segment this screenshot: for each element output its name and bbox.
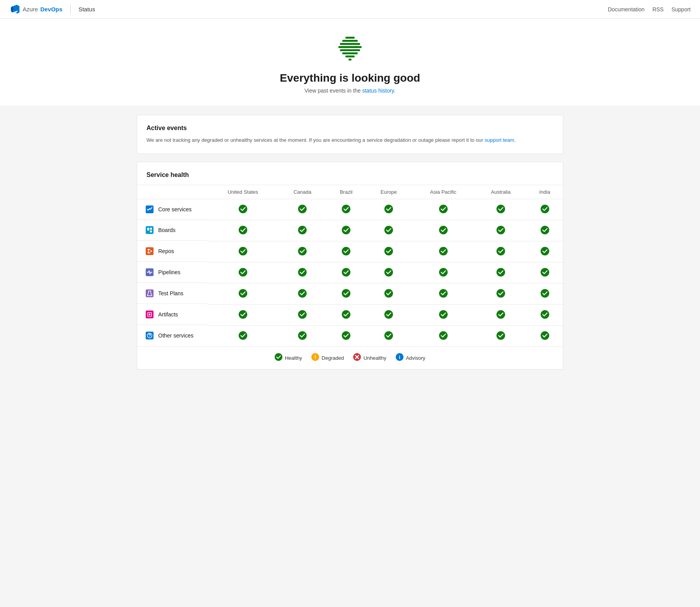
status-cell-other-col3 — [366, 325, 411, 346]
check-icon — [439, 250, 448, 257]
status-cell-pipelines-col4 — [412, 262, 475, 283]
status-cell-other-col6 — [527, 325, 563, 346]
check-icon — [298, 229, 307, 236]
status-cell-boards-col2 — [327, 220, 366, 241]
legend-advisory: i Advisory — [396, 353, 425, 363]
check-icon — [496, 314, 505, 320]
status-cell-repos-col5 — [475, 241, 527, 262]
nav-support[interactable]: Support — [671, 6, 691, 12]
svg-point-66 — [239, 331, 247, 340]
svg-point-29 — [148, 252, 149, 254]
col-europe: Europe — [366, 185, 411, 199]
table-row: Pipelines — [137, 262, 563, 283]
svg-point-58 — [298, 310, 307, 319]
svg-point-28 — [148, 249, 149, 250]
svg-point-67 — [298, 331, 307, 340]
status-cell-repos-col6 — [527, 241, 563, 262]
status-heart-icon — [334, 34, 366, 66]
header-left: Azure DevOps Status — [9, 4, 95, 15]
header-status-label: Status — [79, 6, 95, 12]
support-team-link[interactable]: support team. — [485, 137, 516, 143]
svg-rect-7 — [348, 59, 352, 61]
check-icon — [239, 271, 247, 278]
svg-point-35 — [439, 247, 448, 255]
degraded-label: Degraded — [321, 355, 344, 361]
check-icon — [342, 250, 350, 257]
active-events-text: We are not tracking any degraded or unhe… — [146, 137, 483, 143]
svg-rect-4 — [340, 49, 360, 51]
table-row: Artifacts — [137, 304, 563, 325]
check-icon — [384, 229, 393, 236]
check-icon — [239, 335, 247, 341]
check-icon — [384, 293, 393, 299]
check-icon — [239, 293, 247, 299]
status-cell-pipelines-col3 — [366, 262, 411, 283]
degraded-icon: ! — [311, 353, 319, 363]
status-cell-core-col2 — [327, 199, 366, 220]
status-cell-core-col6 — [527, 199, 563, 220]
table-row: Repos — [137, 241, 563, 262]
status-cell-artifacts-col4 — [412, 304, 475, 325]
status-cell-repos-col3 — [366, 241, 411, 262]
status-cell-artifacts-col5 — [475, 304, 527, 325]
svg-point-44 — [496, 268, 505, 277]
service-label: Repos — [158, 248, 174, 254]
main-content: Active events We are not tracking any de… — [127, 115, 573, 370]
svg-rect-18 — [150, 228, 152, 230]
check-icon — [496, 293, 505, 299]
check-icon — [342, 229, 350, 236]
col-us: United States — [207, 185, 278, 199]
status-cell-core-col4 — [412, 199, 475, 220]
svg-point-43 — [439, 268, 448, 277]
status-cell-testplans-col3 — [366, 283, 411, 304]
svg-point-26 — [541, 226, 549, 234]
svg-point-36 — [496, 247, 505, 255]
svg-point-22 — [342, 226, 350, 234]
status-cell-boards-col5 — [475, 220, 527, 241]
svg-point-13 — [439, 205, 448, 213]
svg-point-69 — [384, 331, 393, 340]
unhealthy-label: Unhealthy — [363, 355, 386, 361]
svg-point-51 — [439, 289, 448, 298]
svg-rect-0 — [345, 37, 355, 39]
pipelines-icon — [145, 268, 154, 277]
status-cell-repos-col2 — [327, 241, 366, 262]
status-history-link[interactable]: status history. — [362, 87, 395, 94]
status-cell-testplans-col4 — [412, 283, 475, 304]
svg-point-63 — [541, 310, 549, 319]
svg-point-71 — [496, 331, 505, 340]
legend-unhealthy: Unhealthy — [353, 353, 386, 363]
svg-point-72 — [541, 331, 549, 340]
check-icon — [298, 335, 307, 341]
check-icon — [298, 293, 307, 299]
azure-devops-logo-icon — [9, 4, 20, 15]
status-cell-other-col5 — [475, 325, 527, 346]
check-icon — [496, 229, 505, 236]
svg-point-65 — [149, 337, 150, 337]
svg-rect-64 — [146, 332, 154, 339]
service-label: Other services — [158, 332, 193, 339]
status-cell-pipelines-col6 — [527, 262, 563, 283]
status-cell-testplans-col6 — [527, 283, 563, 304]
table-header-row: United States Canada Brazil Europe Asia … — [137, 185, 563, 199]
status-cell-pipelines-col1 — [278, 262, 327, 283]
col-australia: Australia — [475, 185, 527, 199]
svg-point-31 — [239, 247, 247, 255]
core-icon — [145, 205, 154, 214]
healthy-label: Healthy — [285, 355, 302, 361]
svg-text:!: ! — [314, 354, 316, 360]
svg-point-73 — [275, 353, 282, 361]
col-brazil: Brazil — [327, 185, 366, 199]
service-label: Test Plans — [158, 290, 184, 296]
status-cell-core-col5 — [475, 199, 527, 220]
svg-rect-46 — [146, 289, 154, 297]
svg-point-37 — [541, 247, 549, 255]
check-icon — [496, 271, 505, 278]
svg-rect-17 — [147, 228, 149, 230]
artifacts-icon — [145, 310, 154, 319]
nav-documentation[interactable]: Documentation — [608, 6, 645, 12]
col-service — [137, 185, 207, 199]
check-icon — [439, 335, 448, 341]
nav-rss[interactable]: RSS — [652, 6, 664, 12]
advisory-icon: i — [396, 353, 404, 363]
